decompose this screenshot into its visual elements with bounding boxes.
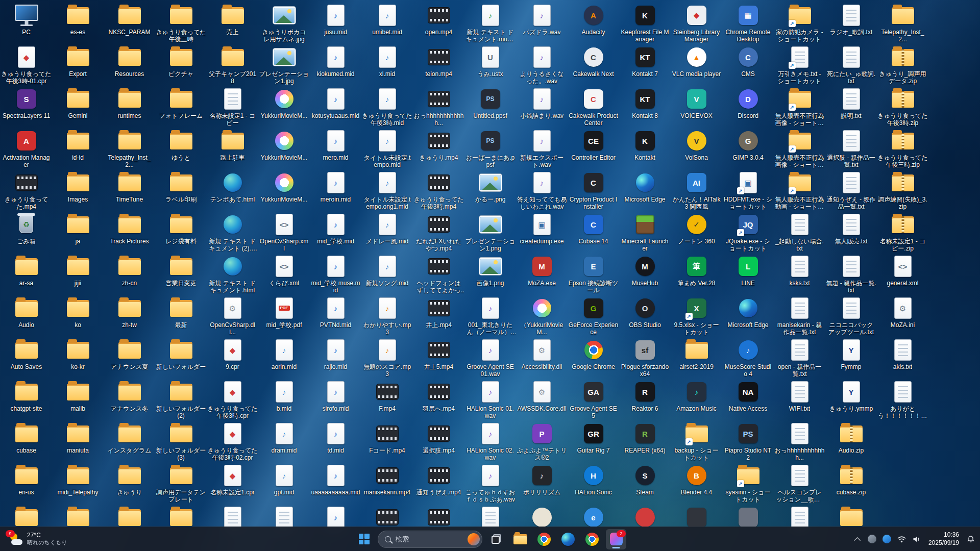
desktop-icon[interactable]: 新しいフォルダー <box>155 336 207 378</box>
desktop-icon[interactable]: 井上.mp4 <box>413 294 464 336</box>
desktop-icon[interactable]: akis.txt <box>877 336 928 378</box>
desktop-icon[interactable]: ♪Amazon Music <box>671 378 722 419</box>
desktop-icon[interactable] <box>52 503 104 528</box>
desktop-icon[interactable]: おっhhhhhhhhhhhh... <box>413 85 464 127</box>
desktop-icon[interactable]: AIかんたん！AITalk 3 関西風 <box>671 168 722 210</box>
desktop-icon[interactable]: PC <box>1 1 52 43</box>
desktop-icon[interactable]: KKontakt <box>619 127 671 168</box>
desktop-icon[interactable]: 死にたい_ゅ歌詞.txt <box>825 43 877 85</box>
desktop-icon[interactable]: ♪aorin.mid <box>258 336 310 378</box>
desktop-icon[interactable]: cubase <box>1 419 52 461</box>
desktop-icon[interactable]: フォトフレーム <box>155 85 207 127</box>
desktop-icon[interactable]: EEpson 接続診断ツール <box>568 252 619 294</box>
desktop-icon[interactable]: ♪mid_学校 muse.mid <box>310 252 361 294</box>
desktop-icon[interactable]: きゅうり食ってた午後三時 <box>155 1 207 43</box>
desktop-icon[interactable]: Minecraft Launcher <box>619 210 671 252</box>
desktop-icon[interactable] <box>722 503 774 528</box>
desktop-icon[interactable]: 新規 テキスト ドキュメント (2).html <box>207 210 258 252</box>
desktop-icon[interactable] <box>516 503 568 528</box>
desktop-icon[interactable]: <>OpenCvSharp.xml <box>258 210 310 252</box>
desktop-icon[interactable]: CCubase 14 <box>568 210 619 252</box>
desktop-icon[interactable]: ♪Groove Agent SE 01.wav <box>464 336 516 378</box>
desktop-icon[interactable] <box>361 503 413 528</box>
desktop-icon[interactable]: ♪jusu.mid <box>310 1 361 43</box>
desktop-icon[interactable]: 新しいフォルダー (3) <box>155 419 207 461</box>
desktop-icon[interactable]: きゅうり食ってた午後3時.mp4 <box>413 168 464 210</box>
desktop-icon[interactable]: BBlender 4.4 <box>671 461 722 503</box>
desktop-icon[interactable]: Microsoft Edge <box>619 168 671 210</box>
desktop-icon[interactable]: ラベル印刷 <box>155 168 207 210</box>
desktop-icon[interactable]: PSUntitled.ppsf <box>464 85 516 127</box>
desktop-icon[interactable]: OOBS Studio <box>619 294 671 336</box>
desktop-icon[interactable]: ko-kr <box>52 336 104 378</box>
desktop-icon[interactable]: ↗万引きメモ.txt - ショートカット <box>774 43 825 85</box>
desktop-icon[interactable]: GGeForce Experience <box>568 294 619 336</box>
desktop-icon[interactable]: maniuta <box>52 419 104 461</box>
desktop-icon[interactable]: ↗syasinn - ショートカット <box>722 461 774 503</box>
desktop-icon[interactable]: Resources <box>104 43 155 85</box>
desktop-icon[interactable]: ♪td.mid <box>310 419 361 461</box>
desktop-icon[interactable]: en-us <box>1 461 52 503</box>
desktop-icon[interactable]: 調声練習(失敗)_3.zip <box>877 168 928 210</box>
desktop-icon[interactable]: ♪メドレー風.mid <box>361 210 413 252</box>
desktop-icon[interactable]: Images <box>52 168 104 210</box>
desktop-icon[interactable]: 営業日変更 <box>155 252 207 294</box>
desktop-icon[interactable]: Telepathy_Inst_2... <box>104 127 155 168</box>
desktop-icon[interactable]: ♪ <box>310 503 361 528</box>
desktop-icon[interactable]: ja <box>52 210 104 252</box>
desktop-icon[interactable]: きゅうり食ってた.mp4 <box>1 168 52 210</box>
desktop-icon[interactable]: CEController Editor <box>568 127 619 168</box>
desktop-icon[interactable]: ♪HALion Sonic 02.wav <box>464 419 516 461</box>
desktop-icon[interactable]: KTKontakt 7 <box>619 43 671 85</box>
desktop-icon[interactable]: Export <box>52 43 104 85</box>
desktop-icon[interactable]: 名称未設定1 - コピー <box>207 85 258 127</box>
desktop-icon[interactable]: ♪001_東北きりたん（ノーマル）_今じゃ... <box>464 294 516 336</box>
desktop-icon[interactable]: YukkuriMovieM... <box>258 85 310 127</box>
desktop-icon[interactable]: ヘルスコンプレッション__歌詞.txt <box>774 461 825 503</box>
desktop-icon[interactable]: PSおーばーまにあ.ppsf <box>464 127 516 168</box>
desktop-icon[interactable]: テンポあて.html <box>207 168 258 210</box>
tray-app-1-button[interactable] <box>865 529 879 549</box>
desktop-icon[interactable]: cubase.zip <box>825 461 877 503</box>
desktop-icon[interactable]: F.mp4 <box>361 378 413 419</box>
desktop-icon[interactable]: ⚙Accessibility.dll <box>516 336 568 378</box>
desktop-icon[interactable]: ラジオ_歌詞.txt <box>825 1 877 43</box>
desktop-icon[interactable]: NANative Access <box>722 378 774 419</box>
desktop-icon[interactable]: ヘッドフォンはずしててよかった.mp4 <box>413 252 464 294</box>
desktop-icon[interactable]: DDiscord <box>722 85 774 127</box>
desktop-icon[interactable]: ar-sa <box>1 252 52 294</box>
desktop-icon[interactable]: ◆きゅうり食ってた午後3時.cpr <box>207 378 258 419</box>
desktop-icon[interactable]: ♪umibet.mid <box>361 1 413 43</box>
desktop-icon[interactable]: RREAPER (x64) <box>619 419 671 461</box>
desktop-icon[interactable]: 路上駐車 <box>207 127 258 168</box>
desktop-icon[interactable]: midi_Telepathy <box>52 461 104 503</box>
desktop-icon[interactable]: おっhhhhhhhhhhhh... <box>774 419 825 461</box>
desktop-icon[interactable]: ♪無題のスコア.mp3 <box>361 336 413 378</box>
desktop-icon[interactable]: 父子キャンプ2018 <box>207 43 258 85</box>
desktop-icon[interactable] <box>104 503 155 528</box>
desktop-icon[interactable]: ko <box>52 294 104 336</box>
file-explorer-button[interactable] <box>510 529 530 549</box>
desktop-icon[interactable] <box>671 503 722 528</box>
desktop-icon[interactable]: かるー.png <box>464 168 516 210</box>
edge-button[interactable] <box>558 529 578 549</box>
desktop-icon[interactable]: 通知うぜえ.mp4 <box>413 461 464 503</box>
desktop-icon[interactable]: きゅうり食ってた午後3時.zip <box>877 85 928 127</box>
desktop-icon[interactable]: ♪xl.mid <box>361 43 413 85</box>
desktop-icon[interactable]: ♪b.mid <box>258 378 310 419</box>
desktop-icon[interactable]: <>general.xml <box>877 252 928 294</box>
desktop-icon[interactable]: 無人販売.txt <box>825 210 877 252</box>
desktop-icon[interactable]: manisekarin.mp4 <box>361 461 413 503</box>
desktop-icon[interactable]: SSpectraLayers 11 <box>1 85 52 127</box>
desktop-icon[interactable]: ニコニコバックアップツール.txt <box>825 294 877 336</box>
desktop-icon[interactable]: ♪新規 テキスト ドキュメント.musicxml <box>464 1 516 43</box>
desktop-icon[interactable]: ♪小銭詰まり.wav <box>516 85 568 127</box>
desktop-icon[interactable]: レジ袋有料 <box>155 210 207 252</box>
task-view-button[interactable] <box>486 529 506 549</box>
desktop-icon[interactable] <box>619 503 671 528</box>
desktop-icon[interactable]: ♪kotusytuaaus.mid <box>310 85 361 127</box>
desktop-icon[interactable]: Pぷよぷよ™テトリス®2 <box>516 419 568 461</box>
desktop-icon[interactable]: ✓ノートン 360 <box>671 210 722 252</box>
desktop-icon[interactable] <box>1 503 52 528</box>
desktop-icon[interactable]: ♪きゅうり食ってた午後3時.mid <box>361 85 413 127</box>
